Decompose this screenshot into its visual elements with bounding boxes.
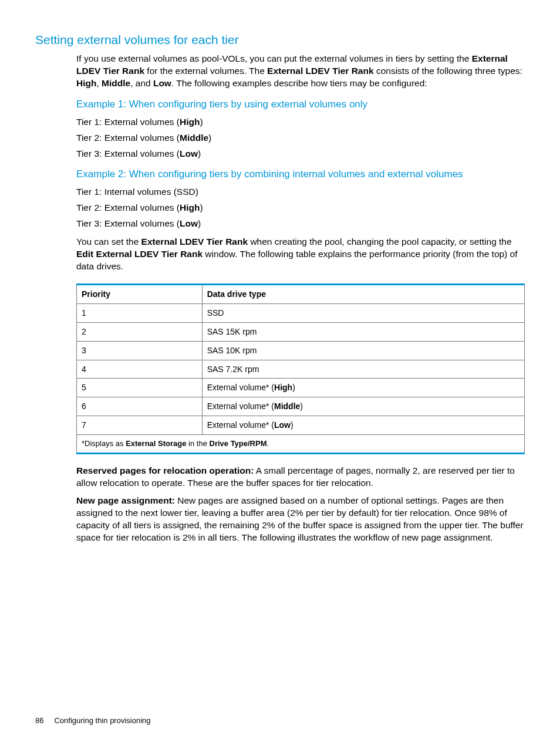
- text-bold: High: [76, 78, 96, 88]
- text: ): [208, 133, 211, 143]
- cell-type: External volume* (High): [202, 379, 524, 397]
- page-number: 86: [35, 716, 43, 725]
- table-row: 5External volume* (High): [77, 379, 525, 397]
- text: Tier 2: External volumes (: [76, 202, 180, 212]
- section-title: Setting external volumes for each tier: [35, 33, 525, 47]
- cell-priority: 1: [77, 303, 203, 322]
- example1-heading: Example 1: When configuring tiers by usi…: [76, 98, 525, 112]
- post-example-paragraph: You can set the External LDEV Tier Rank …: [76, 236, 525, 273]
- text: ): [198, 218, 201, 228]
- text-bold: Low: [180, 218, 198, 228]
- page: Setting external volumes for each tier I…: [0, 0, 560, 746]
- table-footnote-row: *Displays as External Storage in the Dri…: [77, 435, 525, 454]
- example2-heading: Example 2: When configuring tiers by com…: [76, 168, 525, 181]
- cell-type: SAS 15K rpm: [202, 322, 524, 341]
- cell-priority: 4: [77, 360, 203, 379]
- text-bold: New page assignment:: [76, 495, 175, 505]
- text: ): [200, 117, 203, 127]
- tier-line: Tier 2: External volumes (Middle): [76, 132, 525, 144]
- cell-type: SAS 7.2K rpm: [202, 360, 524, 379]
- text: when creating the pool, changing the poo…: [248, 237, 512, 247]
- cell-type: External volume* (Low): [202, 416, 524, 435]
- table-row: 2SAS 15K rpm: [77, 322, 525, 341]
- text-bold: Middle: [180, 133, 208, 143]
- text: . The following examples describe how ti…: [171, 78, 427, 88]
- text-bold: Low: [180, 148, 198, 158]
- cell-priority: 2: [77, 322, 203, 341]
- new-page-assignment-paragraph: New page assignment: New pages are assig…: [76, 495, 525, 544]
- text-bold: Middle: [274, 401, 300, 411]
- text: *Displays as: [82, 439, 126, 448]
- text: Tier 1: External volumes (: [76, 117, 180, 127]
- text: Tier 3: External volumes (: [76, 148, 180, 158]
- text-bold: High: [274, 383, 292, 392]
- text: , and: [130, 78, 153, 88]
- tier-line: Tier 2: External volumes (High): [76, 202, 525, 214]
- text: ): [292, 383, 295, 392]
- text-bold: High: [180, 117, 200, 127]
- text: You can set the: [76, 237, 141, 247]
- tier-line: Tier 3: External volumes (Low): [76, 148, 525, 160]
- text: If you use external volumes as pool-VOLs…: [76, 53, 472, 63]
- text: in the: [186, 439, 209, 448]
- table-row: 3SAS 10K rpm: [77, 341, 525, 360]
- text: for the external volumes. The: [144, 66, 267, 76]
- text: ,: [96, 78, 102, 88]
- text-bold: Edit External LDEV Tier Rank: [76, 249, 203, 259]
- page-footer: 86Configuring thin provisioning: [35, 716, 151, 725]
- table-row: 4SAS 7.2K rpm: [77, 360, 525, 379]
- text-bold: Reserved pages for relocation operation:: [76, 465, 254, 475]
- text: ): [300, 401, 303, 411]
- cell-priority: 6: [77, 397, 203, 416]
- tier-line: Tier 1: External volumes (High): [76, 116, 525, 129]
- cell-priority: 3: [77, 341, 203, 360]
- text: Tier 3: External volumes (: [76, 218, 180, 228]
- text-bold: External Storage: [126, 439, 186, 448]
- text: SAS 10K rpm: [207, 346, 257, 355]
- cell-type: SAS 10K rpm: [202, 341, 524, 360]
- text: ): [200, 202, 203, 212]
- text-bold: Middle: [102, 78, 130, 88]
- text-bold: Low: [274, 420, 291, 430]
- text-bold: External LDEV Tier Rank: [141, 237, 248, 247]
- cell-priority: 5: [77, 379, 203, 397]
- text: SAS 15K rpm: [207, 327, 257, 336]
- text: consists of the following three types:: [374, 66, 522, 76]
- table-row: 1SSD: [77, 303, 525, 322]
- text-bold: Low: [153, 78, 171, 88]
- table-row: 6External volume* (Middle): [77, 397, 525, 416]
- text: External volume* (: [207, 420, 274, 430]
- reserved-pages-paragraph: Reserved pages for relocation operation:…: [76, 465, 525, 490]
- table-header-priority: Priority: [77, 284, 203, 303]
- text: SAS 7.2K rpm: [207, 364, 259, 374]
- priority-table: Priority Data drive type 1SSD 2SAS 15K r…: [76, 283, 525, 454]
- text: ): [198, 148, 201, 158]
- table-row: 7External volume* (Low): [77, 416, 525, 435]
- text: ): [291, 420, 294, 430]
- text: SSD: [207, 308, 224, 318]
- text: External volume* (: [207, 383, 274, 392]
- cell-type: External volume* (Middle): [202, 397, 524, 416]
- table-footnote: *Displays as External Storage in the Dri…: [77, 435, 525, 454]
- cell-type: SSD: [202, 303, 524, 322]
- body-content: If you use external volumes as pool-VOLs…: [76, 53, 525, 544]
- tier-line: Tier 1: Internal volumes (SSD): [76, 186, 525, 198]
- chapter-title: Configuring thin provisioning: [54, 716, 150, 725]
- text-bold: Drive Type/RPM: [210, 439, 267, 448]
- table-header-drive-type: Data drive type: [202, 284, 524, 303]
- cell-priority: 7: [77, 416, 203, 435]
- text: Tier 2: External volumes (: [76, 133, 180, 143]
- text-bold: External LDEV Tier Rank: [267, 66, 373, 76]
- intro-paragraph: If you use external volumes as pool-VOLs…: [76, 53, 525, 90]
- text-bold: High: [180, 202, 200, 212]
- text: External volume* (: [207, 401, 274, 411]
- text: .: [267, 439, 269, 448]
- table-header-row: Priority Data drive type: [77, 284, 525, 303]
- tier-line: Tier 3: External volumes (Low): [76, 218, 525, 230]
- text: Tier 1: Internal volumes (SSD): [76, 187, 198, 197]
